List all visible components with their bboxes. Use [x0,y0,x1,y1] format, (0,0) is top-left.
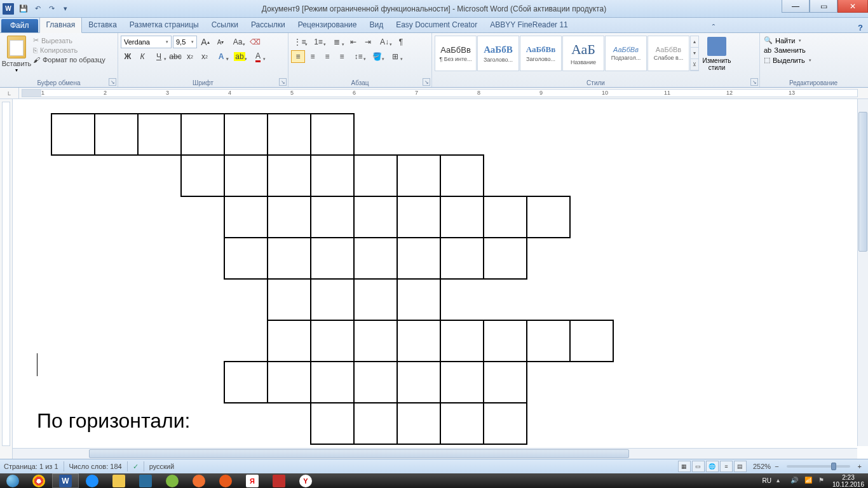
tray-language[interactable]: RU [762,477,771,484]
show-marks-button[interactable]: ¶ [394,36,408,48]
subscript-button[interactable]: x2 [183,50,197,63]
status-word-count[interactable]: Число слов: 184 [69,463,122,470]
tab-view[interactable]: Вид [363,18,390,32]
line-spacing-button[interactable]: ↕≡ [349,50,367,63]
tab-abbyy-finereader[interactable]: ABBYY FineReader 11 [484,18,574,32]
taskbar-media-player[interactable] [186,473,212,488]
strikethrough-button[interactable]: abc [168,50,182,63]
styles-scroll-up[interactable]: ▴ [691,36,698,48]
change-case-button[interactable]: Aa [229,36,247,48]
font-size-combo[interactable]: 9,5▾ [173,36,197,48]
vertical-scrollbar[interactable] [857,99,868,446]
document-page[interactable]: По горизонтали: [19,99,857,459]
font-dialog-launcher[interactable]: ↘ [279,78,287,86]
close-button[interactable]: ✕ [837,0,868,13]
save-icon[interactable]: 💾 [18,3,29,15]
align-center-button[interactable]: ≡ [306,50,320,63]
sort-button[interactable]: A↓ [376,36,393,48]
zoom-level[interactable]: 252% [753,463,771,470]
styles-dialog-launcher[interactable]: ↘ [750,78,758,86]
bold-button[interactable]: Ж [121,50,135,63]
taskbar-movie-maker[interactable] [132,473,159,488]
maximize-button[interactable]: ▭ [810,0,837,13]
taskbar-ie[interactable] [79,473,105,488]
copy-button[interactable]: ⎘Копировать [32,46,107,55]
zoom-slider[interactable] [787,465,850,468]
numbering-button[interactable]: 1≡ [309,36,327,48]
start-button[interactable] [0,473,25,488]
taskbar-chrome[interactable] [25,473,52,488]
highlight-button[interactable]: ab [231,50,248,63]
tab-references[interactable]: Ссылки [205,18,245,32]
qat-customize-icon[interactable]: ▾ [60,3,71,15]
shrink-font-button[interactable]: A▾ [214,36,227,48]
shading-button[interactable]: 🪣 [368,50,386,63]
taskbar-abbyy[interactable] [266,473,292,488]
styles-scroll-down[interactable]: ▾ [691,48,698,59]
view-web-layout[interactable]: 🌐 [706,461,719,472]
status-language[interactable]: русский [149,463,174,470]
paragraph-dialog-launcher[interactable]: ↘ [423,78,430,86]
style-subtitle[interactable]: АаБбВвПодзагол... [605,36,647,71]
taskbar-yandex-browser[interactable]: Y [292,473,319,488]
vertical-ruler[interactable] [0,99,13,459]
underline-button[interactable]: Ч [150,50,168,63]
replace-button[interactable]: abЗаменить [763,46,864,55]
view-print-layout[interactable]: ▦ [678,461,691,472]
minimize-button[interactable]: — [782,0,810,13]
style-heading2[interactable]: АаБбВвЗаголово... [520,36,562,71]
tab-page-layout[interactable]: Разметка страницы [123,18,205,32]
view-draft[interactable]: ▤ [734,461,747,472]
tray-clock[interactable]: 2:23 10.12.2016 [832,474,864,488]
align-left-button[interactable]: ≡ [291,50,305,63]
increase-indent-button[interactable]: ⇥ [361,36,375,48]
italic-button[interactable]: К [135,50,149,63]
horizontal-ruler[interactable]: L 12345678910111213 [0,88,868,99]
multilevel-list-button[interactable]: ≣ [328,36,346,48]
volume-icon[interactable]: 🔊 [790,477,799,485]
style-subtle-emphasis[interactable]: АаБбВвСлабое в... [648,36,689,71]
justify-button[interactable]: ≡ [335,50,349,63]
tray-show-hidden-icon[interactable]: ▴ [776,477,785,485]
horizontal-scroll-thumb[interactable] [89,449,629,458]
zoom-in-button[interactable]: + [855,463,864,470]
change-styles-button[interactable]: Изменить стили [702,36,732,71]
horizontal-scrollbar[interactable] [13,448,857,459]
style-no-spacing[interactable]: АаБбВв¶ Без инте... [435,36,477,71]
tab-review[interactable]: Рецензирование [292,18,363,32]
view-outline[interactable]: ≡ [720,461,733,472]
taskbar-yandex[interactable]: Я [239,473,266,488]
taskbar-messenger[interactable] [159,473,186,488]
file-tab[interactable]: Файл [1,19,38,32]
find-button[interactable]: 🔍Найти▾ [763,36,864,45]
tab-easy-document-creator[interactable]: Easy Document Creator [390,18,484,32]
taskbar-word[interactable]: W [52,473,79,488]
grow-font-button[interactable]: A▴ [198,36,212,48]
clipboard-dialog-launcher[interactable]: ↘ [109,78,116,86]
vertical-scroll-thumb[interactable] [858,112,867,252]
text-effects-button[interactable]: A [212,50,230,63]
superscript-button[interactable]: x2 [198,50,212,63]
cut-button[interactable]: ✂Вырезать [32,36,107,45]
tab-home[interactable]: Главная [39,17,83,33]
select-button[interactable]: ⬚Выделить▾ [763,55,864,65]
taskbar-explorer[interactable] [105,473,132,488]
status-spellcheck[interactable]: ✓ [133,463,139,471]
tab-selector[interactable]: L [0,88,19,99]
align-right-button[interactable]: ≡ [320,50,334,63]
style-heading1[interactable]: АаБбВЗаголово... [477,36,519,71]
ribbon-minimize-icon[interactable]: ˆ [712,23,715,32]
zoom-slider-thumb[interactable] [831,463,836,470]
zoom-out-button[interactable]: − [772,463,781,470]
tab-mailings[interactable]: Рассылки [245,18,292,32]
tab-insert[interactable]: Вставка [82,18,123,32]
taskbar-app-orange[interactable] [212,473,239,488]
font-color-button[interactable]: A [249,50,267,63]
style-title[interactable]: АаБНазвание [562,36,604,71]
view-full-screen[interactable]: ▭ [692,461,705,472]
font-name-combo[interactable]: Verdana▾ [121,36,172,48]
flag-icon[interactable]: ⚑ [818,477,827,485]
redo-icon[interactable]: ↷ [46,3,57,15]
decrease-indent-button[interactable]: ⇤ [346,36,360,48]
help-icon[interactable]: ? [858,23,863,32]
